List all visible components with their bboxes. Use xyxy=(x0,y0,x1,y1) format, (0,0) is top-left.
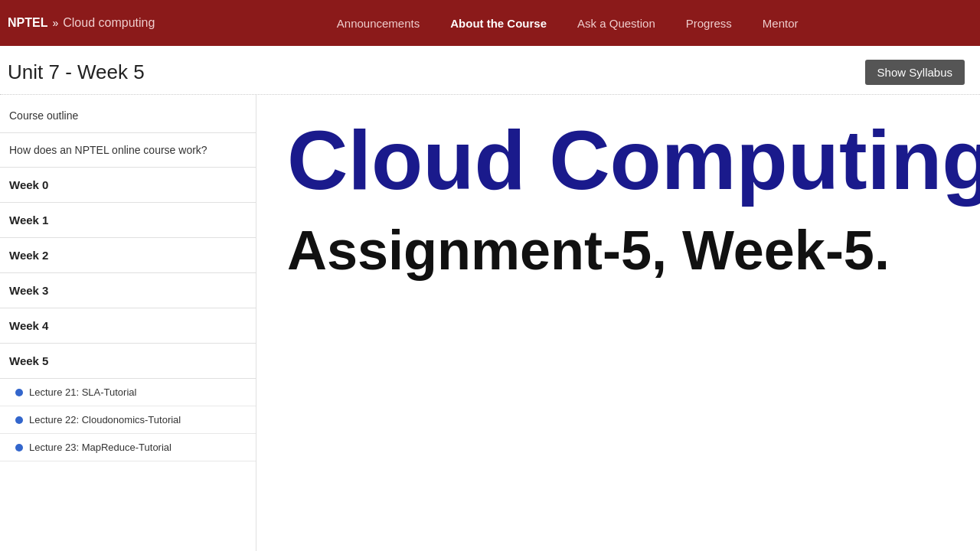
nav-mentor[interactable]: Mentor xyxy=(763,17,799,30)
main-content: Cloud Computing Assignment-5, Week-5. xyxy=(256,95,980,551)
sidebar-item-week0[interactable]: Week 0 xyxy=(0,168,256,203)
nav-links: Announcements About the Course Ask a Que… xyxy=(155,17,980,30)
breadcrumb-nptel: NPTEL xyxy=(8,16,47,30)
nav-about-course[interactable]: About the Course xyxy=(450,17,547,30)
sidebar-item-how-nptel[interactable]: How does an NPTEL online course work? xyxy=(0,133,256,168)
lecture-dot xyxy=(15,416,23,424)
sidebar-item-course-outline[interactable]: Course outline xyxy=(0,99,256,133)
top-navigation: NPTEL » Cloud computing Announcements Ab… xyxy=(0,0,980,46)
breadcrumb: NPTEL » Cloud computing xyxy=(8,16,155,30)
sidebar: Course outline How does an NPTEL online … xyxy=(0,95,256,551)
sub-header: Unit 7 - Week 5 Show Syllabus xyxy=(0,46,980,95)
main-layout: Course outline How does an NPTEL online … xyxy=(0,95,980,551)
nav-progress[interactable]: Progress xyxy=(686,17,732,30)
sidebar-lecture-21[interactable]: Lecture 21: SLA-Tutorial xyxy=(0,379,256,406)
sidebar-lecture-23[interactable]: Lecture 23: MapReduce-Tutorial xyxy=(0,434,256,461)
sidebar-item-week2[interactable]: Week 2 xyxy=(0,238,256,273)
breadcrumb-course: Cloud computing xyxy=(63,16,155,30)
sidebar-item-week4[interactable]: Week 4 xyxy=(0,308,256,344)
show-syllabus-button[interactable]: Show Syllabus xyxy=(865,60,965,85)
course-title: Cloud Computing xyxy=(287,118,949,202)
assignment-title: Assignment-5, Week-5. xyxy=(287,217,949,283)
sidebar-lecture-22[interactable]: Lecture 22: Cloudonomics-Tutorial xyxy=(0,406,256,434)
nav-announcements[interactable]: Announcements xyxy=(337,17,420,30)
breadcrumb-arrow: » xyxy=(52,17,58,29)
lecture-dot xyxy=(15,444,23,452)
sidebar-item-week1[interactable]: Week 1 xyxy=(0,203,256,238)
sidebar-item-week5[interactable]: Week 5 xyxy=(0,344,256,379)
unit-title: Unit 7 - Week 5 xyxy=(8,60,145,84)
nav-ask-question[interactable]: Ask a Question xyxy=(577,17,655,30)
lecture-dot xyxy=(15,389,23,396)
sidebar-item-week3[interactable]: Week 3 xyxy=(0,273,256,308)
